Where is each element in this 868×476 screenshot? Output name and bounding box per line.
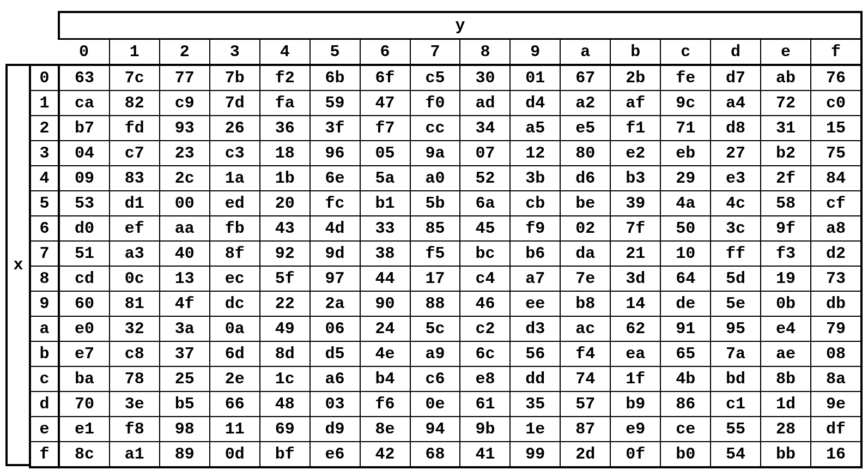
row-header: 5 xyxy=(30,191,59,216)
sbox-cell: e0 xyxy=(59,316,110,341)
sbox-cell: d2 xyxy=(811,241,861,266)
sbox-cell: 74 xyxy=(560,366,610,391)
sbox-cell: 8e xyxy=(360,417,410,442)
row-header: f xyxy=(30,442,59,467)
sbox-cell: 94 xyxy=(410,417,460,442)
column-header: 8 xyxy=(460,39,510,65)
sbox-cell: 64 xyxy=(660,266,711,291)
sbox-cell: 86 xyxy=(660,391,711,417)
sbox-cell: 7b xyxy=(210,65,260,91)
sbox-cell: 25 xyxy=(160,366,210,391)
sbox-cell: 37 xyxy=(160,341,210,366)
sbox-cell: 81 xyxy=(110,291,160,316)
sbox-cell: 84 xyxy=(811,166,861,191)
sbox-cell: b1 xyxy=(360,191,410,216)
row-header: 7 xyxy=(30,241,59,266)
sbox-cell: 1a xyxy=(210,166,260,191)
sbox-cell: 73 xyxy=(811,266,861,291)
sbox-cell: e4 xyxy=(761,316,811,341)
sbox-cell: b3 xyxy=(610,166,660,191)
sbox-cell: af xyxy=(610,91,660,116)
sbox-cell: 12 xyxy=(510,141,560,166)
sbox-cell: 55 xyxy=(711,417,761,442)
sbox-cell: c7 xyxy=(110,141,160,166)
sbox-cell: de xyxy=(660,291,711,316)
sbox-cell: 9c xyxy=(660,91,711,116)
sbox-cell: 40 xyxy=(160,241,210,266)
sbox-cell: a3 xyxy=(110,241,160,266)
sbox-cell: d1 xyxy=(110,191,160,216)
sbox-cell: c6 xyxy=(410,366,460,391)
sbox-cell: 75 xyxy=(811,141,861,166)
sbox-cell: 45 xyxy=(460,216,510,241)
sbox-cell: 9f xyxy=(761,216,811,241)
table-row: 6d0efaafb434d338545f9027f503c9fa8 xyxy=(30,216,861,241)
sbox-cell: 61 xyxy=(460,391,510,417)
sbox-cell: 4e xyxy=(360,341,410,366)
sbox-cell: 76 xyxy=(811,65,861,91)
row-header: 2 xyxy=(30,116,59,141)
sbox-cell: 4b xyxy=(660,366,711,391)
sbox-cell: ce xyxy=(660,417,711,442)
sbox-cell: 24 xyxy=(360,316,410,341)
sbox-cell: f4 xyxy=(560,341,610,366)
sbox-cell: c1 xyxy=(711,391,761,417)
row-header: b xyxy=(30,341,59,366)
table-row: 409832c1a1b6e5aa0523bd6b329e32f84 xyxy=(30,166,861,191)
sbox-cell: 58 xyxy=(761,191,811,216)
sbox-cell: b0 xyxy=(660,442,711,467)
sbox-cell: 51 xyxy=(59,241,110,266)
row-header: 8 xyxy=(30,266,59,291)
sbox-cell: a9 xyxy=(410,341,460,366)
sbox-cell: 14 xyxy=(610,291,660,316)
sbox-cell: 2e xyxy=(210,366,260,391)
sbox-cell: 1b xyxy=(260,166,310,191)
sbox-cell: 79 xyxy=(811,316,861,341)
sbox-cell: 56 xyxy=(510,341,560,366)
table-row: 553d100ed20fcb15b6acbbe394a4c58cf xyxy=(30,191,861,216)
sbox-cell: 3c xyxy=(711,216,761,241)
sbox-cell: 42 xyxy=(360,442,410,467)
sbox-cell: ad xyxy=(460,91,510,116)
sbox-cell: 2a xyxy=(310,291,360,316)
sbox-cell: 50 xyxy=(660,216,711,241)
sbox-cell: 95 xyxy=(711,316,761,341)
column-header: f xyxy=(811,39,861,65)
sbox-cell: 62 xyxy=(610,316,660,341)
sbox-cell: d3 xyxy=(510,316,560,341)
sbox-cell: 43 xyxy=(260,216,310,241)
sbox-cell: f7 xyxy=(360,116,410,141)
sbox-cell: 9e xyxy=(811,391,861,417)
sbox-cell: bd xyxy=(711,366,761,391)
row-header: 3 xyxy=(30,141,59,166)
sbox-cell: 5d xyxy=(711,266,761,291)
sbox-cell: a0 xyxy=(410,166,460,191)
sbox-cell: 8b xyxy=(761,366,811,391)
table-row: 960814fdc222a908846eeb814de5e0bdb xyxy=(30,291,861,316)
sbox-cell: be xyxy=(560,191,610,216)
sbox-cell: 39 xyxy=(610,191,660,216)
sbox-cell: 6c xyxy=(460,341,510,366)
sbox-cell: 47 xyxy=(360,91,410,116)
sbox-cell: 77 xyxy=(160,65,210,91)
column-header: 3 xyxy=(210,39,260,65)
column-header: d xyxy=(711,39,761,65)
sbox-cell: 36 xyxy=(260,116,310,141)
sbox-cell: df xyxy=(811,417,861,442)
sbox-cell: f8 xyxy=(110,417,160,442)
sbox-cell: 63 xyxy=(59,65,110,91)
sbox-cell: 19 xyxy=(761,266,811,291)
sbox-cell: 1d xyxy=(761,391,811,417)
table-row: 1ca82c97dfa5947f0add4a2af9ca472c0 xyxy=(30,91,861,116)
sbox-cell: d7 xyxy=(711,65,761,91)
sbox-cell: 4d xyxy=(310,216,360,241)
sbox-cell: 80 xyxy=(560,141,610,166)
column-header: 2 xyxy=(160,39,210,65)
sbox-cell: c8 xyxy=(110,341,160,366)
sbox-cell: 3d xyxy=(610,266,660,291)
row-header: 4 xyxy=(30,166,59,191)
sbox-cell: 7e xyxy=(560,266,610,291)
sbox-cell: ee xyxy=(510,291,560,316)
sbox-cell: 38 xyxy=(360,241,410,266)
column-header: 4 xyxy=(260,39,310,65)
